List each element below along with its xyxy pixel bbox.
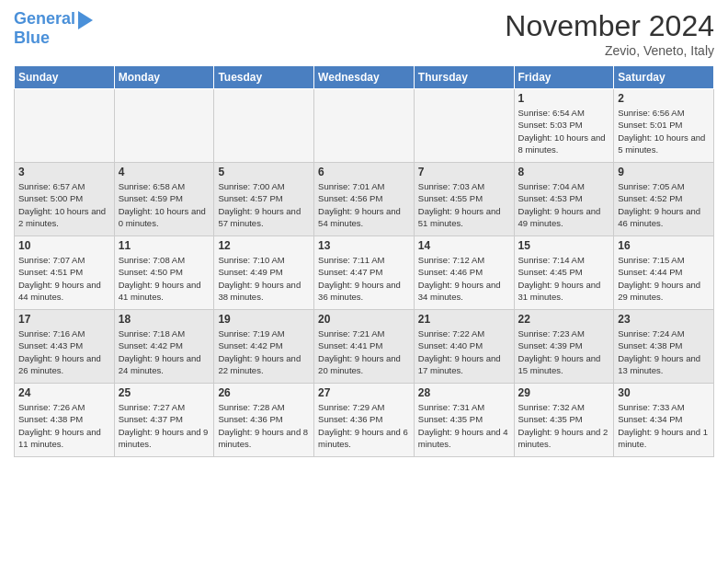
day-info: Sunrise: 7:08 AMSunset: 4:50 PMDaylight:… — [119, 254, 210, 303]
table-row: 12Sunrise: 7:10 AMSunset: 4:49 PMDayligh… — [214, 236, 314, 310]
table-row: 26Sunrise: 7:28 AMSunset: 4:36 PMDayligh… — [214, 384, 314, 457]
table-row: 16Sunrise: 7:15 AMSunset: 4:44 PMDayligh… — [614, 236, 714, 310]
day-number: 4 — [119, 166, 210, 178]
day-number: 28 — [418, 386, 510, 399]
header-row: Sunday Monday Tuesday Wednesday Thursday… — [15, 66, 714, 89]
day-info: Sunrise: 7:32 AMSunset: 4:35 PMDaylight:… — [518, 401, 610, 450]
calendar-week-row: 17Sunrise: 7:16 AMSunset: 4:43 PMDayligh… — [15, 310, 714, 384]
logo-text-line1: General — [14, 10, 75, 29]
day-info: Sunrise: 7:28 AMSunset: 4:36 PMDaylight:… — [218, 401, 310, 450]
table-row: 5Sunrise: 7:00 AMSunset: 4:57 PMDaylight… — [214, 163, 314, 236]
col-tuesday: Tuesday — [214, 66, 314, 89]
day-number: 30 — [618, 386, 710, 399]
day-info: Sunrise: 7:07 AMSunset: 4:51 PMDaylight:… — [18, 254, 110, 303]
day-info: Sunrise: 7:01 AMSunset: 4:56 PMDaylight:… — [318, 180, 410, 229]
col-sunday: Sunday — [15, 66, 115, 89]
table-row: 30Sunrise: 7:33 AMSunset: 4:34 PMDayligh… — [614, 384, 714, 457]
day-info: Sunrise: 6:56 AMSunset: 5:01 PMDaylight:… — [618, 107, 710, 155]
header: General Blue November 2024 Zevio, Veneto… — [14, 9, 714, 58]
table-row — [414, 89, 514, 163]
day-number: 19 — [218, 313, 310, 326]
day-info: Sunrise: 7:04 AMSunset: 4:53 PMDaylight:… — [518, 180, 610, 229]
table-row: 25Sunrise: 7:27 AMSunset: 4:37 PMDayligh… — [114, 384, 214, 457]
day-info: Sunrise: 7:21 AMSunset: 4:41 PMDaylight:… — [318, 327, 410, 376]
day-number: 8 — [518, 166, 610, 178]
day-info: Sunrise: 7:23 AMSunset: 4:39 PMDaylight:… — [518, 327, 610, 376]
day-info: Sunrise: 7:26 AMSunset: 4:38 PMDaylight:… — [18, 401, 110, 450]
day-number: 6 — [318, 166, 410, 178]
day-number: 5 — [218, 166, 310, 178]
day-number: 14 — [418, 239, 510, 252]
day-number: 21 — [418, 313, 510, 326]
day-number: 20 — [318, 313, 410, 326]
table-row — [214, 89, 314, 163]
day-info: Sunrise: 7:19 AMSunset: 4:42 PMDaylight:… — [218, 327, 310, 376]
day-number: 3 — [18, 166, 110, 178]
table-row: 14Sunrise: 7:12 AMSunset: 4:46 PMDayligh… — [414, 236, 514, 310]
day-info: Sunrise: 7:31 AMSunset: 4:35 PMDaylight:… — [418, 401, 510, 450]
day-info: Sunrise: 6:58 AMSunset: 4:59 PMDaylight:… — [119, 180, 210, 229]
day-info: Sunrise: 7:11 AMSunset: 4:47 PMDaylight:… — [318, 254, 410, 303]
table-row: 6Sunrise: 7:01 AMSunset: 4:56 PMDaylight… — [314, 163, 415, 236]
table-row: 23Sunrise: 7:24 AMSunset: 4:38 PMDayligh… — [614, 310, 714, 384]
day-info: Sunrise: 7:16 AMSunset: 4:43 PMDaylight:… — [18, 327, 110, 376]
day-number: 26 — [218, 386, 310, 399]
col-saturday: Saturday — [614, 66, 714, 89]
logo-text-line2: Blue — [14, 29, 50, 48]
table-row: 15Sunrise: 7:14 AMSunset: 4:45 PMDayligh… — [514, 236, 614, 310]
day-info: Sunrise: 7:22 AMSunset: 4:40 PMDaylight:… — [418, 327, 510, 376]
day-number: 22 — [518, 313, 610, 326]
col-wednesday: Wednesday — [314, 66, 415, 89]
table-row: 17Sunrise: 7:16 AMSunset: 4:43 PMDayligh… — [15, 310, 115, 384]
table-row: 18Sunrise: 7:18 AMSunset: 4:42 PMDayligh… — [114, 310, 214, 384]
day-number: 16 — [618, 239, 710, 252]
day-number: 18 — [119, 313, 210, 326]
day-number: 9 — [618, 166, 710, 178]
month-title: November 2024 — [505, 9, 714, 43]
table-row: 10Sunrise: 7:07 AMSunset: 4:51 PMDayligh… — [15, 236, 115, 310]
day-number: 7 — [418, 166, 510, 178]
day-info: Sunrise: 7:18 AMSunset: 4:42 PMDaylight:… — [119, 327, 210, 376]
day-info: Sunrise: 7:10 AMSunset: 4:49 PMDaylight:… — [218, 254, 310, 303]
table-row: 24Sunrise: 7:26 AMSunset: 4:38 PMDayligh… — [15, 384, 115, 457]
table-row: 13Sunrise: 7:11 AMSunset: 4:47 PMDayligh… — [314, 236, 415, 310]
day-info: Sunrise: 7:12 AMSunset: 4:46 PMDaylight:… — [418, 254, 510, 303]
table-row: 29Sunrise: 7:32 AMSunset: 4:35 PMDayligh… — [514, 384, 614, 457]
day-number: 15 — [518, 239, 610, 252]
calendar-week-row: 24Sunrise: 7:26 AMSunset: 4:38 PMDayligh… — [15, 384, 714, 457]
day-info: Sunrise: 7:05 AMSunset: 4:52 PMDaylight:… — [618, 180, 710, 229]
day-number: 17 — [18, 313, 110, 326]
col-monday: Monday — [114, 66, 214, 89]
table-row: 19Sunrise: 7:19 AMSunset: 4:42 PMDayligh… — [214, 310, 314, 384]
table-row: 11Sunrise: 7:08 AMSunset: 4:50 PMDayligh… — [114, 236, 214, 310]
day-info: Sunrise: 7:15 AMSunset: 4:44 PMDaylight:… — [618, 254, 710, 303]
table-row: 2Sunrise: 6:56 AMSunset: 5:01 PMDaylight… — [614, 89, 714, 163]
table-row: 7Sunrise: 7:03 AMSunset: 4:55 PMDaylight… — [414, 163, 514, 236]
day-number: 2 — [618, 92, 710, 105]
day-number: 11 — [119, 239, 210, 252]
table-row: 3Sunrise: 6:57 AMSunset: 5:00 PMDaylight… — [15, 163, 115, 236]
day-info: Sunrise: 6:57 AMSunset: 5:00 PMDaylight:… — [18, 180, 110, 229]
table-row: 4Sunrise: 6:58 AMSunset: 4:59 PMDaylight… — [114, 163, 214, 236]
day-info: Sunrise: 6:54 AMSunset: 5:03 PMDaylight:… — [518, 107, 610, 155]
table-row: 8Sunrise: 7:04 AMSunset: 4:53 PMDaylight… — [514, 163, 614, 236]
day-info: Sunrise: 7:29 AMSunset: 4:36 PMDaylight:… — [318, 401, 410, 450]
day-info: Sunrise: 7:14 AMSunset: 4:45 PMDaylight:… — [518, 254, 610, 303]
day-info: Sunrise: 7:24 AMSunset: 4:38 PMDaylight:… — [618, 327, 710, 376]
logo-arrow-icon — [78, 11, 93, 29]
day-number: 1 — [518, 92, 610, 105]
table-row — [314, 89, 415, 163]
page-container: General Blue November 2024 Zevio, Veneto… — [0, 0, 728, 462]
table-row: 22Sunrise: 7:23 AMSunset: 4:39 PMDayligh… — [514, 310, 614, 384]
table-row: 21Sunrise: 7:22 AMSunset: 4:40 PMDayligh… — [414, 310, 514, 384]
day-info: Sunrise: 7:00 AMSunset: 4:57 PMDaylight:… — [218, 180, 310, 229]
location-subtitle: Zevio, Veneto, Italy — [505, 43, 714, 58]
day-number: 25 — [119, 386, 210, 399]
table-row: 28Sunrise: 7:31 AMSunset: 4:35 PMDayligh… — [414, 384, 514, 457]
table-row: 27Sunrise: 7:29 AMSunset: 4:36 PMDayligh… — [314, 384, 415, 457]
logo: General Blue — [14, 9, 93, 48]
col-friday: Friday — [514, 66, 614, 89]
day-number: 27 — [318, 386, 410, 399]
day-number: 10 — [18, 239, 110, 252]
table-row: 1Sunrise: 6:54 AMSunset: 5:03 PMDaylight… — [514, 89, 614, 163]
